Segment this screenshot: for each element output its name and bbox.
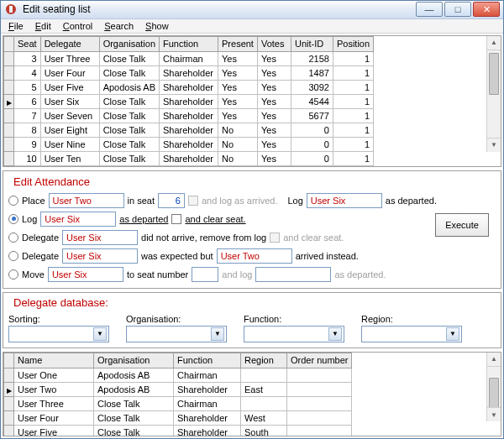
scroll-down-icon[interactable]: ▼ [487, 407, 501, 421]
col-unitid[interactable]: Unit-ID [291, 36, 333, 51]
cell-seat[interactable]: 6 [14, 94, 41, 108]
cell-name[interactable]: User One [14, 368, 94, 382]
scroll-thumb[interactable] [489, 53, 499, 95]
cell-function[interactable]: Shareholder [160, 137, 218, 151]
cb-clear-seat[interactable] [171, 214, 181, 224]
cell-delegate[interactable]: User Five [40, 80, 99, 94]
cell-organisation[interactable]: Close Talk [99, 51, 159, 65]
place-seat-input[interactable]: 6 [158, 193, 185, 208]
scroll-up-icon[interactable]: ▲ [487, 36, 501, 50]
cell-delegate[interactable]: User Four [40, 65, 99, 80]
titlebar[interactable]: Edit seating list — □ ✕ [1, 1, 503, 19]
cell-name[interactable]: User Five [14, 425, 94, 436]
cell-seat[interactable]: 7 [14, 108, 41, 123]
radio-remove[interactable] [8, 233, 18, 243]
cell-function[interactable]: Shareholder [174, 382, 241, 396]
cell-organisation[interactable]: Close Talk [99, 65, 159, 80]
cell-function[interactable]: Shareholder [160, 123, 218, 137]
db-scrollbar[interactable]: ▲ ▼ [486, 353, 501, 421]
cell-position[interactable]: 1 [333, 65, 373, 80]
cell-seat[interactable]: 4 [14, 65, 41, 80]
cell-position[interactable]: 1 [333, 51, 373, 65]
cell-unitid[interactable]: 0 [291, 151, 333, 165]
table-row[interactable]: User One Apodosis AB Chairman [4, 368, 352, 382]
cell-organisation[interactable]: Close Talk [99, 123, 159, 137]
menu-search[interactable]: Search [98, 19, 139, 33]
table-row[interactable]: 9 User Nine Close Talk Shareholder No Ye… [4, 137, 374, 151]
cell-present[interactable]: Yes [218, 108, 258, 123]
radio-log[interactable] [8, 214, 18, 224]
cell-votes[interactable]: Yes [257, 94, 291, 108]
cell-name[interactable]: User Three [14, 396, 94, 410]
combo-region[interactable]: ▼ [361, 326, 462, 342]
cell-region[interactable]: East [241, 382, 287, 396]
cell-position[interactable]: 1 [333, 108, 373, 123]
cell-delegate[interactable]: User Six [40, 94, 99, 108]
cell-function[interactable]: Shareholder [160, 94, 218, 108]
seating-scrollbar[interactable]: ▲ ▼ [486, 36, 501, 152]
table-row[interactable]: 7 User Seven Close Talk Shareholder Yes … [4, 108, 374, 123]
cell-region[interactable]: West [241, 410, 287, 425]
cell-organisation[interactable]: Close Talk [94, 425, 174, 436]
cell-position[interactable]: 1 [333, 123, 373, 137]
move-seat-input[interactable] [192, 267, 218, 282]
seating-table[interactable]: Seat Delegate Organisation Function Pres… [3, 36, 374, 166]
cell-position[interactable]: 1 [333, 151, 373, 165]
cell-delegate[interactable]: User Nine [40, 137, 99, 151]
cell-delegate[interactable]: User Seven [40, 108, 99, 123]
radio-move[interactable] [8, 269, 18, 280]
menu-show[interactable]: Show [139, 19, 175, 33]
cell-organisation[interactable]: Close Talk [99, 137, 159, 151]
cell-ordernumber[interactable] [287, 396, 352, 410]
cell-present[interactable]: Yes [218, 65, 258, 80]
cell-function[interactable]: Shareholder [160, 65, 218, 80]
cell-votes[interactable]: Yes [257, 151, 291, 165]
cell-present[interactable]: Yes [218, 80, 258, 94]
table-row[interactable]: 6 User Six Close Talk Shareholder Yes Ye… [4, 94, 374, 108]
cell-region[interactable] [241, 396, 287, 410]
cell-function[interactable]: Shareholder [174, 425, 241, 436]
maximize-button[interactable]: □ [444, 2, 471, 17]
cell-unitid[interactable]: 2158 [291, 51, 333, 65]
cell-organisation[interactable]: Apodosis AB [99, 80, 159, 94]
cell-name[interactable]: User Two [14, 382, 94, 396]
col-present[interactable]: Present [218, 36, 258, 51]
cell-region[interactable] [241, 368, 287, 382]
move-delegate[interactable]: User Six [48, 267, 123, 282]
cell-name[interactable]: User Four [14, 410, 94, 425]
table-row[interactable]: User Five Close Talk Shareholder South [4, 425, 352, 436]
actual-delegate[interactable]: User Two [217, 248, 292, 264]
minimize-button[interactable]: — [416, 2, 443, 17]
cell-function[interactable]: Chairman [160, 51, 218, 65]
cell-function[interactable]: Chairman [174, 396, 241, 410]
cell-unitid[interactable]: 5677 [291, 108, 333, 123]
cell-seat[interactable]: 10 [14, 151, 41, 165]
expected-delegate[interactable]: User Six [62, 248, 138, 264]
database-table[interactable]: Name Organisation Function Region Order … [3, 353, 352, 436]
table-row[interactable]: 4 User Four Close Talk Shareholder Yes Y… [4, 65, 374, 80]
cell-seat[interactable]: 8 [14, 123, 41, 137]
cell-votes[interactable]: Yes [257, 137, 291, 151]
col-delegate[interactable]: Delegate [40, 36, 99, 51]
col-position[interactable]: Position [333, 36, 373, 51]
cell-present[interactable]: Yes [218, 51, 258, 65]
cell-votes[interactable]: Yes [257, 51, 291, 65]
cell-organisation[interactable]: Apodosis AB [94, 382, 174, 396]
log-delegate1[interactable]: User Six [307, 193, 382, 208]
cell-function[interactable]: Chairman [174, 368, 241, 382]
cell-organisation[interactable]: Close Talk [99, 94, 159, 108]
db-col-region[interactable]: Region [241, 353, 287, 368]
combo-sorting[interactable]: ▼ [8, 326, 109, 342]
radio-expected[interactable] [8, 251, 18, 261]
cell-position[interactable]: 1 [333, 137, 373, 151]
cell-function[interactable]: Shareholder [160, 151, 218, 165]
place-delegate-input[interactable]: User Two [49, 193, 124, 208]
menu-control[interactable]: Control [57, 19, 98, 33]
table-row[interactable]: User Three Close Talk Chairman [4, 396, 352, 410]
db-col-ordernumber[interactable]: Order number [287, 353, 352, 368]
cell-present[interactable]: Yes [218, 94, 258, 108]
scroll-down-icon[interactable]: ▼ [487, 138, 501, 152]
remove-delegate[interactable]: User Six [62, 230, 138, 245]
cell-votes[interactable]: Yes [257, 123, 291, 137]
cell-unitid[interactable]: 1487 [291, 65, 333, 80]
